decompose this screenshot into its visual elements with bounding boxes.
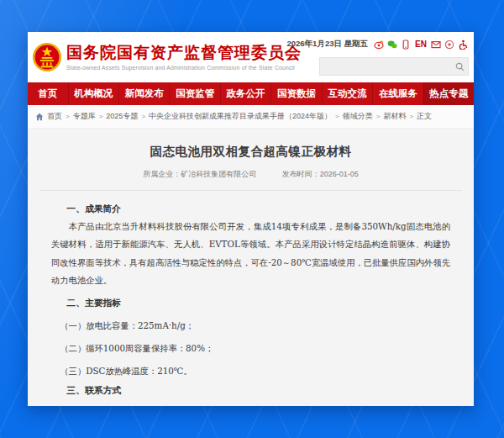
site-brand: 国务院国有资产监督管理委员会 State-owned Assets Superv…	[66, 44, 302, 71]
search-icon	[455, 62, 465, 71]
national-emblem-icon	[32, 41, 62, 73]
article-content: 固态电池用双相复合超高镍正极材料 所属企业：矿冶科技集团有限公司 发布时间：20…	[28, 129, 474, 406]
article-company: 所属企业：矿冶科技集团有限公司	[143, 170, 256, 178]
breadcrumb-item-handbook[interactable]: 中央企业科技创新成果推荐目录成果手册（2024年版）	[149, 111, 332, 122]
article-publish-time: 发布时间：2026-01-05	[282, 170, 359, 178]
mail-icon[interactable]	[431, 40, 441, 50]
wechat-icon[interactable]	[387, 40, 397, 50]
site-header: 国务院国有资产监督管理委员会 State-owned Assets Superv…	[28, 32, 474, 82]
breadcrumb-separator: >	[66, 113, 70, 120]
nav-item-news[interactable]: 新闻发布	[118, 82, 169, 105]
metric-item-retention: （二）循环1000周容量保持率：80%；	[51, 343, 450, 355]
nav-item-about[interactable]: 机构概况	[68, 82, 118, 105]
metric-item-capacity: （一）放电比容量：225mA·h/g；	[51, 320, 450, 332]
breadcrumb-separator: >	[335, 113, 339, 120]
client-icon[interactable]	[444, 40, 454, 50]
mobile-icon[interactable]	[401, 40, 411, 50]
site-search	[319, 57, 469, 76]
metric-item-dsc: （三）DSC放热峰温度：210℃。	[51, 366, 450, 377]
article-meta: 所属企业：矿冶科技集团有限公司 发布时间：2026-01-05	[28, 169, 474, 180]
site-subtitle: State-owned Assets Supervision and Admin…	[66, 65, 302, 71]
section-heading-intro: 一、成果简介	[51, 203, 450, 215]
site-title: 国务院国有资产监督管理委员会	[66, 44, 302, 62]
section-intro-paragraph: 本产品由北京当升材料科技股份有限公司开发，集成14项专利成果，是制备350Wh/…	[51, 218, 450, 290]
section-heading-contact: 三、联系方式	[51, 385, 450, 397]
breadcrumb-item-topic-lib[interactable]: 专题库	[73, 111, 96, 122]
breadcrumb: 首页 > 专题库 > 2025专题 > 中央企业科技创新成果推荐目录成果手册（2…	[28, 105, 474, 129]
nav-item-services[interactable]: 在线服务	[372, 82, 423, 105]
page-card: 国务院国有资产监督管理委员会 State-owned Assets Superv…	[28, 32, 474, 406]
weibo-icon[interactable]	[374, 40, 384, 50]
breadcrumb-separator: >	[376, 113, 381, 120]
breadcrumb-separator: >	[141, 113, 145, 120]
nav-item-disclosure[interactable]: 政务公开	[220, 82, 270, 105]
nav-item-supervision[interactable]: 国资监管	[169, 82, 219, 105]
breadcrumb-item-home[interactable]: 首页	[47, 111, 62, 122]
search-button[interactable]	[451, 58, 468, 75]
current-date: 2026年1月23日 星期五	[286, 39, 368, 50]
article-body: 一、成果简介 本产品由北京当升材料科技股份有限公司开发，集成14项专利成果，是制…	[28, 191, 474, 406]
nav-item-home[interactable]: 首页	[28, 82, 68, 105]
nav-item-data[interactable]: 国资数据	[270, 82, 321, 105]
search-input[interactable]	[320, 58, 451, 75]
nav-item-topics[interactable]: 热点专题	[423, 82, 474, 105]
english-version-link[interactable]: EN	[414, 40, 428, 49]
main-nav: 首页 机构概况 新闻发布 国资监管 政务公开 国资数据 互动交流 在线服务 热点…	[28, 82, 474, 105]
article-title: 固态电池用双相复合超高镍正极材料	[28, 144, 474, 160]
nav-item-interaction[interactable]: 互动交流	[322, 82, 372, 105]
header-utility-row: 2026年1月23日 星期五 EN	[286, 39, 468, 50]
breadcrumb-separator: >	[409, 113, 413, 120]
section-heading-metrics: 二、主要指标	[51, 298, 450, 309]
home-icon	[35, 113, 44, 121]
accessibility-icon[interactable]	[458, 40, 468, 50]
breadcrumb-item-new-materials[interactable]: 新材料	[383, 111, 406, 122]
breadcrumb-item-current: 正文	[417, 111, 432, 122]
breadcrumb-item-2025-topics[interactable]: 2025专题	[106, 111, 138, 122]
breadcrumb-item-category[interactable]: 领域分类	[343, 111, 373, 122]
breadcrumb-separator: >	[99, 113, 103, 120]
